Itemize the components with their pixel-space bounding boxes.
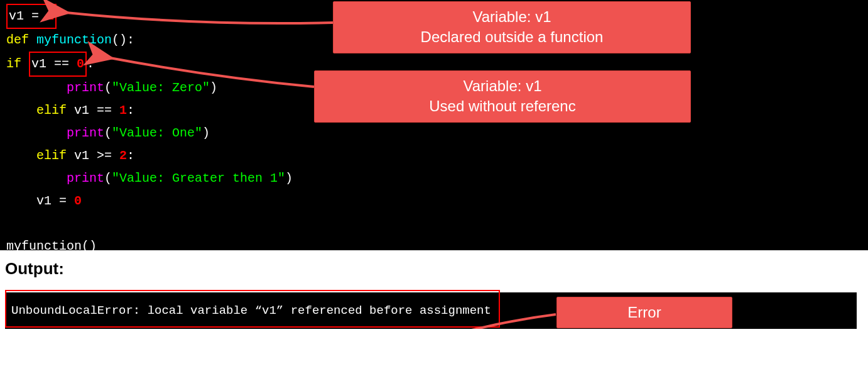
code-token: ( [104,80,112,95]
code-token: elif [36,148,74,163]
callout-text: Error [627,304,661,321]
code-token: = [24,9,46,23]
code-token: 2 [119,148,127,163]
code-token: ) [285,171,293,186]
code-token: myfunction [36,33,112,47]
code-token: 1 [46,9,54,23]
code-token [6,148,36,163]
callout-error: Error [556,297,732,328]
highlight-box-v1-use: v1 == 0 [29,52,87,77]
code-token: ( [104,126,112,140]
output-section: Output: UnboundLocalError: local variabl… [0,250,868,329]
code-token: "Value: One" [112,126,202,140]
code-token: 0 [74,194,82,208]
code-token: print [67,126,104,140]
code-token: print [67,80,104,95]
code-line-8: print("Value: Greater then 1") [6,167,862,190]
output-text: UnboundLocalError: local variable “v1” r… [11,304,491,318]
code-token [6,103,36,118]
code-token: v1 [36,194,52,208]
code-token: elif [36,103,74,118]
output-heading: Output: [5,259,863,279]
callout-text: Variable: v1 [325,76,680,96]
code-block: v1 = 1 def myfunction(): if v1 == 0: pri… [0,0,868,250]
code-token [6,194,36,208]
callout-variable-declared: Variable: v1 Declared outside a function [333,1,691,53]
code-token: 0 [77,57,84,71]
callout-text: Used without referenc [325,96,680,116]
highlight-box-v1-decl: v1 = 1 [6,4,57,29]
code-token: print [67,171,104,186]
code-token: def [6,33,36,47]
code-token: = [52,194,74,208]
code-token: : [127,103,134,118]
code-line-10 [6,213,862,235]
code-token: == [46,57,77,71]
code-line-9: v1 = 0 [6,190,862,213]
code-token: == [89,103,119,118]
code-token: ) [210,80,217,95]
code-token: "Value: Greater then 1" [112,171,285,186]
code-token: 1 [119,103,127,118]
code-token [6,80,67,95]
code-line-6: print("Value: One") [6,122,862,145]
code-token: : [127,148,134,163]
code-token: if [6,57,29,71]
code-token: v1 [74,103,89,118]
code-token: : [87,57,94,71]
code-token [6,171,67,186]
code-token: myfunction() [6,239,97,253]
callout-variable-used: Variable: v1 Used without referenc [314,70,691,123]
code-token: ( [104,171,112,186]
code-token: v1 [9,9,24,23]
code-token: >= [89,148,119,163]
code-token: v1 [31,57,46,71]
callout-text: Variable: v1 [344,7,680,27]
code-token: v1 [74,148,89,163]
code-line-7: elif v1 >= 2: [6,145,862,167]
code-token [6,126,67,140]
code-line-11: myfunction() [6,235,862,258]
callout-text: Declared outside a function [344,27,680,47]
code-token: "Value: Zero" [112,80,210,95]
code-token [6,216,14,231]
code-token: ) [202,126,210,140]
code-token: (): [112,33,134,47]
